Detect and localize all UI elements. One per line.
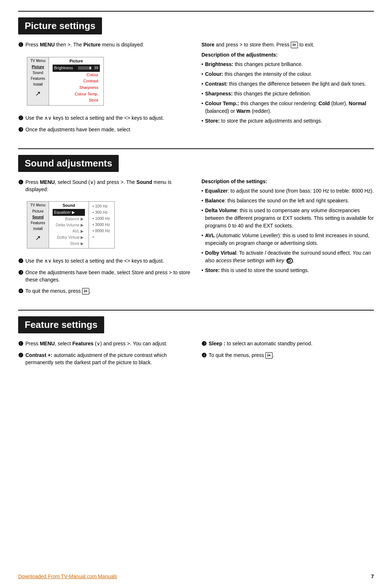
freq-1000: • 1000 Hz — [93, 215, 111, 222]
footer-link[interactable]: Downloaded From TV-Manual.com Manuals — [18, 573, 117, 579]
sound-step-2: ❷ Use the ∧∨ keys to select a setting an… — [18, 257, 191, 265]
menu-item-features: Features — [31, 76, 45, 82]
freq-items: • 100 Hz • 300 Hz • 1000 Hz • 3000 Hz • … — [93, 203, 111, 240]
iplus-key-sound: i+ — [82, 288, 89, 295]
menu-item-picture: Picture — [31, 64, 45, 70]
bullet-sharpness: Sharpness: this changes the picture defi… — [201, 90, 374, 98]
sound-submenu-title: Sound — [53, 203, 85, 207]
sound-menu-item-features: Features — [31, 220, 45, 226]
step-3-num: ❸ — [18, 126, 23, 134]
sound-adjustments-section: Sound adjustments ❶ Press MENU, select S… — [18, 148, 374, 299]
picture-step-3: ❸ Once the adjustments have been made, s… — [18, 126, 191, 134]
tv-menu-items: Picture Sound Features Install — [31, 64, 45, 87]
sound-desc-heading: Description of the settings: — [201, 178, 374, 184]
sound-step-4-text: To quit the menus, press i+. — [25, 287, 91, 295]
picture-menu-diagram: TV Menu Picture Sound Features Install ↗… — [27, 53, 191, 111]
step-2-text: Use the ∧∨ keys to select a setting and … — [25, 114, 164, 122]
step-1-text: Press MENU then >. The Picture menu is d… — [25, 41, 144, 48]
feature-step-2-num: ❷ — [18, 351, 23, 359]
balance-row: Balance ▶ — [53, 216, 85, 222]
bullet-colour-temp: Colour Temp.: this changes the colour re… — [201, 100, 374, 115]
colour-temp-row: Colour Temp. — [53, 91, 100, 98]
feature-step-4-text: To quit the menus, press i+. — [209, 351, 274, 359]
brightness-label: Brightness — [54, 65, 73, 71]
sharpness-row: Sharpness — [53, 85, 100, 91]
sound-submenu-panel: Sound Equalizer ▶ Balance ▶ Delta Volume… — [49, 202, 89, 248]
bullet-dolby: Dolby Virtual: To activate / deactivate … — [201, 249, 374, 264]
equalizer-row: Equalizer ▶ — [53, 209, 85, 216]
picture-bullets: Brightness: this changes picture brillia… — [201, 61, 374, 125]
bullet-balance: Balance: this balances the sound on the … — [201, 197, 374, 205]
brightness-value: 39 — [94, 65, 98, 71]
picture-settings-right: Store and press > to store them. Press i… — [201, 41, 374, 137]
sound-tv-menu-items: Picture Sound Features Install — [31, 209, 45, 232]
feature-step-4: ❹ To quit the menus, press i+. — [201, 351, 374, 359]
colour-row: Colour — [53, 72, 100, 78]
brightness-row: Brightness 39 — [53, 65, 100, 72]
feature-step-1-num: ❶ — [18, 340, 23, 348]
picture-submenu-title: Picture — [53, 59, 100, 63]
avl-row: AVL ▶ — [53, 228, 85, 234]
slider-bar — [78, 66, 92, 70]
sound-step-3: ❸ Once the adjustments have been made, s… — [18, 269, 191, 284]
tv-menu-panel: TV Menu Picture Sound Features Install ↗ — [27, 57, 49, 105]
bullet-avl: AVL (Automatic Volume Leveller): this is… — [201, 232, 374, 247]
menu-item-install: Install — [31, 82, 45, 87]
picture-menu-box: TV Menu Picture Sound Features Install ↗… — [27, 57, 104, 106]
sound-menu-box: TV Menu Picture Sound Features Install ↗… — [27, 201, 115, 248]
picture-settings-left: ❶ Press MENU then >. The Picture menu is… — [18, 41, 191, 137]
bullet-contrast: Contrast: this changes the difference be… — [201, 80, 374, 88]
picture-settings-section: Picture settings ❶ Press MENU then >. Th… — [18, 11, 374, 137]
sound-menu-arrow: ↗ — [35, 234, 41, 242]
feature-step-3-num: ❸ — [201, 340, 207, 348]
picture-desc-heading: Description of the adjustments: — [201, 52, 374, 58]
sound-step-2-num: ❷ — [18, 257, 23, 265]
bullet-sound-store: Store: this is used to store the sound s… — [201, 267, 374, 274]
footer: Downloaded From TV-Manual.com Manuals 7 — [18, 573, 374, 579]
surround-icon — [286, 258, 293, 264]
dolby-virtual-row: Dolby Virtual ▶ — [53, 234, 85, 240]
freq-100: • 100 Hz — [93, 203, 111, 209]
iplus-key: i+ — [291, 42, 298, 48]
delta-volume-row: Delta Volume ▶ — [53, 222, 85, 228]
sound-right: Description of the settings: Equalizer: … — [201, 178, 374, 299]
bullet-brightness: Brightness: this changes picture brillia… — [201, 61, 374, 68]
menu-item-sound: Sound — [31, 70, 45, 76]
feature-settings-content: ❶ Press MENU, select Features (∨) and pr… — [18, 340, 374, 370]
brightness-slider: 39 — [78, 65, 98, 71]
page-number: 7 — [371, 573, 374, 579]
sound-bullets: Equalizer: to adjust the sound tone (fro… — [201, 187, 374, 274]
sound-step-3-num: ❸ — [18, 268, 23, 277]
step-1-num: ❶ — [18, 41, 23, 49]
feature-step-1-text: Press MENU, select Features (∨) and pres… — [25, 340, 167, 347]
picture-settings-content: ❶ Press MENU then >. The Picture menu is… — [18, 41, 374, 137]
sound-adjustments-content: ❶ Press MENU, select Sound (∨) and press… — [18, 178, 374, 299]
feature-settings-section: Feature settings ❶ Press MENU, select Fe… — [18, 310, 374, 370]
freq-panel: • 100 Hz • 300 Hz • 1000 Hz • 3000 Hz • … — [89, 202, 114, 248]
sound-adjustments-title: Sound adjustments — [18, 155, 119, 172]
contrast-row: Contrast — [53, 78, 100, 85]
store-row: Store — [53, 97, 100, 104]
feature-left: ❶ Press MENU, select Features (∨) and pr… — [18, 340, 191, 370]
feature-step-2-text: Contrast +: automatic adjustment of the … — [25, 351, 191, 366]
feature-step-1: ❶ Press MENU, select Features (∨) and pr… — [18, 340, 191, 348]
sound-step-1: ❶ Press MENU, select Sound (∨) and press… — [18, 178, 191, 193]
store-instruction: Store and press > to store them. Press i… — [201, 41, 374, 48]
sound-menu-diagram: TV Menu Picture Sound Features Install ↗… — [27, 197, 191, 254]
feature-step-3-text: Sleep : to select an automatic standby p… — [209, 340, 313, 347]
sound-step-1-text: Press MENU, select Sound (∨) and press >… — [25, 178, 191, 193]
picture-settings-title: Picture settings — [18, 17, 102, 34]
sound-step-4-num: ❹ — [18, 287, 23, 295]
sound-left: ❶ Press MENU, select Sound (∨) and press… — [18, 178, 191, 299]
bullet-equalizer: Equalizer: to adjust the sound tone (fro… — [201, 187, 374, 195]
bullet-delta-volume: Delta Volume: this is used to compensate… — [201, 207, 374, 230]
menu-arrow: ↗ — [35, 90, 41, 98]
freq-empty: • — [93, 234, 111, 240]
sound-menu-item-install: Install — [31, 226, 45, 232]
step-3-text: Once the adjustments have been made, sel… — [25, 126, 130, 133]
tv-menu-label: TV Menu — [30, 59, 46, 63]
iplus-key-feature: i+ — [265, 352, 272, 359]
feature-settings-title: Feature settings — [18, 316, 104, 333]
sound-step-4: ❹ To quit the menus, press i+. — [18, 287, 191, 295]
sound-store-row: Store ▶ — [53, 240, 85, 247]
